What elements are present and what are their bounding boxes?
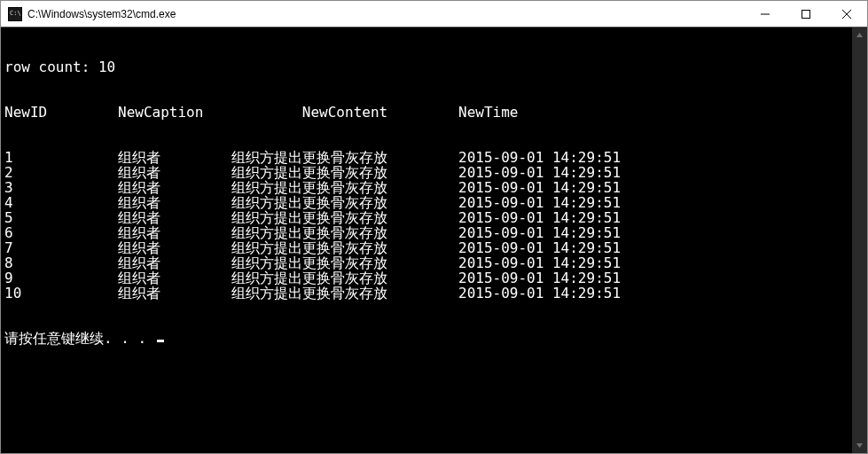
window-title: C:\Windows\system32\cmd.exe xyxy=(27,8,745,20)
cell-time: 2015-09-01 14:29:51 xyxy=(458,150,636,165)
cell-content: 组织方提出更换骨灰存放 xyxy=(231,165,458,180)
cell-id: 2 xyxy=(4,165,118,180)
cell-id: 1 xyxy=(4,150,118,165)
scrollbar-vertical[interactable] xyxy=(852,27,867,453)
cell-time: 2015-09-01 14:29:51 xyxy=(458,165,636,180)
cell-caption: 组织者 xyxy=(118,286,231,301)
cell-content: 组织方提出更换骨灰存放 xyxy=(231,150,458,165)
cell-content: 组织方提出更换骨灰存放 xyxy=(231,180,458,195)
table-row: 3组织者组织方提出更换骨灰存放2015-09-01 14:29:51 xyxy=(4,180,864,195)
cell-content: 组织方提出更换骨灰存放 xyxy=(231,240,458,255)
row-count-line: row count: 10 xyxy=(4,59,864,74)
svg-text:C:\: C:\ xyxy=(10,10,21,17)
cell-time: 2015-09-01 14:29:51 xyxy=(458,255,636,270)
cell-id: 8 xyxy=(4,255,118,270)
col-header-time: NewTime xyxy=(458,105,636,120)
cell-time: 2015-09-01 14:29:51 xyxy=(458,225,636,240)
cmd-icon: C:\ xyxy=(8,7,22,21)
cell-id: 3 xyxy=(4,180,118,195)
col-header-content: NewContent xyxy=(231,105,458,120)
table-row: 10组织者组织方提出更换骨灰存放2015-09-01 14:29:51 xyxy=(4,286,864,301)
cell-id: 5 xyxy=(4,210,118,225)
cell-time: 2015-09-01 14:29:51 xyxy=(458,240,636,255)
cell-content: 组织方提出更换骨灰存放 xyxy=(231,195,458,210)
cell-caption: 组织者 xyxy=(118,210,231,225)
table-row: 6组织者组织方提出更换骨灰存放2015-09-01 14:29:51 xyxy=(4,225,864,240)
cell-content: 组织方提出更换骨灰存放 xyxy=(231,286,458,301)
cell-time: 2015-09-01 14:29:51 xyxy=(458,195,636,210)
svg-rect-4 xyxy=(802,10,810,18)
cell-time: 2015-09-01 14:29:51 xyxy=(458,286,636,301)
prompt-text: 请按任意键继续. . . xyxy=(4,330,155,347)
maximize-button[interactable] xyxy=(786,1,826,27)
col-header-caption: NewCaption xyxy=(118,105,231,120)
table-row: 2组织者组织方提出更换骨灰存放2015-09-01 14:29:51 xyxy=(4,165,864,180)
cell-id: 4 xyxy=(4,195,118,210)
cell-caption: 组织者 xyxy=(118,240,231,255)
window-controls xyxy=(745,1,867,27)
cell-caption: 组织者 xyxy=(118,150,231,165)
cell-caption: 组织者 xyxy=(118,195,231,210)
cell-content: 组织方提出更换骨灰存放 xyxy=(231,210,458,225)
window-titlebar: C:\ C:\Windows\system32\cmd.exe xyxy=(1,1,867,27)
cell-id: 7 xyxy=(4,240,118,255)
cell-caption: 组织者 xyxy=(118,165,231,180)
table-row: 4组织者组织方提出更换骨灰存放2015-09-01 14:29:51 xyxy=(4,195,864,210)
table-row: 9组织者组织方提出更换骨灰存放2015-09-01 14:29:51 xyxy=(4,270,864,286)
cell-id: 10 xyxy=(4,286,118,301)
close-button[interactable] xyxy=(826,1,867,27)
table-row: 8组织者组织方提出更换骨灰存放2015-09-01 14:29:51 xyxy=(4,255,864,270)
cursor xyxy=(157,340,164,342)
cell-caption: 组织者 xyxy=(118,180,231,195)
cell-time: 2015-09-01 14:29:51 xyxy=(458,180,636,195)
cell-id: 9 xyxy=(4,270,118,286)
cell-content: 组织方提出更换骨灰存放 xyxy=(231,255,458,270)
cell-id: 6 xyxy=(4,225,118,240)
scroll-up-icon[interactable] xyxy=(852,27,867,43)
prompt-line: 请按任意键继续. . . xyxy=(4,331,864,346)
cell-caption: 组织者 xyxy=(118,225,231,240)
minimize-button[interactable] xyxy=(745,1,786,27)
console-area[interactable]: row count: 10 NewIDNewCaptionNewContentN… xyxy=(1,27,867,453)
cell-time: 2015-09-01 14:29:51 xyxy=(458,270,636,286)
table-row: 7组织者组织方提出更换骨灰存放2015-09-01 14:29:51 xyxy=(4,240,864,255)
cell-caption: 组织者 xyxy=(118,270,231,286)
scroll-down-icon[interactable] xyxy=(852,438,867,453)
cell-caption: 组织者 xyxy=(118,255,231,270)
col-header-id: NewID xyxy=(4,105,118,120)
cell-time: 2015-09-01 14:29:51 xyxy=(458,210,636,225)
cell-content: 组织方提出更换骨灰存放 xyxy=(231,225,458,240)
cell-content: 组织方提出更换骨灰存放 xyxy=(231,270,458,286)
table-header-row: NewIDNewCaptionNewContentNewTime xyxy=(4,105,864,120)
table-row: 1组织者组织方提出更换骨灰存放2015-09-01 14:29:51 xyxy=(4,150,864,165)
table-row: 5组织者组织方提出更换骨灰存放2015-09-01 14:29:51 xyxy=(4,210,864,225)
